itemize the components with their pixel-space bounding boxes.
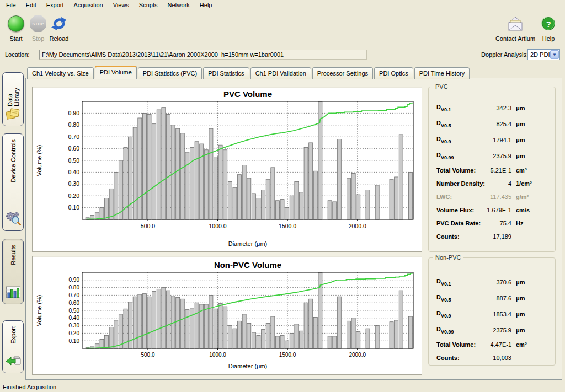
tab-panel: Ch1 Velocity vs. SizePDI VolumePDI Stati… bbox=[25, 65, 562, 380]
stat-value: 117.435 bbox=[451, 194, 511, 200]
tab-pdi-time-history[interactable]: PDI Time History bbox=[414, 67, 470, 79]
doppler-analysis-select[interactable]: 2D PDI ▼ bbox=[527, 49, 560, 60]
status-text: Finished Acquisition bbox=[3, 384, 56, 390]
svg-text:1000.0: 1000.0 bbox=[209, 352, 226, 358]
x-axis-label: Diameter (μm) bbox=[228, 240, 268, 247]
stat-unit: μm bbox=[516, 311, 525, 318]
svg-text:2000.0: 2000.0 bbox=[349, 352, 366, 358]
stat-row-counts: Counts:10,003 bbox=[429, 351, 555, 364]
svg-text:0.30: 0.30 bbox=[69, 323, 80, 329]
pvc-stats-title: PVC bbox=[433, 83, 450, 90]
stat-row-total-volume: Total Volume:4.47E-1cm³ bbox=[429, 338, 555, 351]
stat-value: 1794.1 bbox=[451, 137, 511, 143]
folders-icon bbox=[6, 106, 21, 122]
stat-value: 887.6 bbox=[451, 295, 511, 302]
reload-button[interactable]: Reload bbox=[46, 14, 72, 42]
stat-label: LWC: bbox=[436, 194, 452, 200]
stat-value: 1853.4 bbox=[451, 311, 511, 318]
menu-item-help[interactable]: Help bbox=[195, 1, 217, 10]
sidebar-item-results[interactable]: Results bbox=[2, 239, 24, 304]
doppler-analysis-value: 2D PDI bbox=[530, 51, 550, 58]
sidebar-item-label: Results bbox=[10, 245, 17, 265]
contact-artium-button[interactable]: Contact Artium bbox=[493, 14, 537, 42]
start-icon bbox=[8, 15, 24, 32]
stat-row-dv0-9: DV0.91794.1μm bbox=[429, 132, 555, 148]
stat-unit: μm bbox=[516, 153, 525, 159]
stat-row-lwc: LWC:117.435g/m³ bbox=[429, 190, 555, 203]
stat-row-volume-flux: Volume Flux:1.679E-1cm/s bbox=[429, 203, 555, 217]
svg-text:500.0: 500.0 bbox=[141, 223, 155, 229]
export-arrow-icon bbox=[6, 353, 21, 369]
menu-item-file[interactable]: File bbox=[1, 1, 21, 10]
svg-text:0.90: 0.90 bbox=[68, 110, 80, 116]
nonpvc-volume-chart-box: 0.100.200.300.400.500.600.700.800.90500.… bbox=[32, 256, 422, 375]
svg-text:500.0: 500.0 bbox=[141, 352, 154, 358]
menu-item-export[interactable]: Export bbox=[41, 1, 69, 10]
tab-pdi-volume[interactable]: PDI Volume bbox=[95, 66, 137, 79]
stat-value: 825.4 bbox=[451, 121, 511, 127]
sidebar-item-export[interactable]: Export bbox=[2, 320, 24, 373]
stat-row-dv0-9: DV0.91853.4μm bbox=[429, 306, 555, 322]
stat-value: 370.6 bbox=[451, 279, 511, 286]
stat-label: DV0.1 bbox=[436, 104, 451, 112]
stat-row-dv0-1: DV0.1370.6μm bbox=[429, 274, 555, 290]
sidebar-item-data-library[interactable]: Data Library bbox=[2, 72, 24, 126]
contact-artium-label: Contact Artium bbox=[493, 35, 537, 42]
stat-row-dv0-99: DV0.992375.9μm bbox=[429, 322, 555, 338]
menu-item-acquisition[interactable]: Acquisition bbox=[69, 1, 108, 10]
help-button[interactable]: ? Help bbox=[539, 14, 558, 42]
location-field[interactable]: F:\My Documents\AIMS Data\2013\2013\11\2… bbox=[39, 50, 367, 60]
tab-ch1-velocity-vs-size[interactable]: Ch1 Velocity vs. Size bbox=[27, 67, 94, 79]
tab-pdi-optics[interactable]: PDI Optics bbox=[374, 67, 413, 79]
tab-pdi-statistics[interactable]: PDI Statistics bbox=[203, 67, 249, 79]
stat-unit: 1/cm³ bbox=[516, 180, 532, 187]
pvc-stats-groupbox: PVC DV0.1342.3μmDV0.5825.4μmDV0.91794.1μ… bbox=[428, 87, 556, 252]
svg-text:0.70: 0.70 bbox=[69, 292, 80, 298]
stat-value: 10,003 bbox=[451, 355, 511, 361]
stat-label: DV0.5 bbox=[436, 120, 451, 128]
x-axis-label: Diameter (μm) bbox=[228, 363, 268, 369]
sidebar-item-device-controls[interactable]: Device Controls bbox=[2, 133, 24, 231]
stat-unit: μm bbox=[516, 279, 525, 286]
stat-row-dv0-5: DV0.5887.6μm bbox=[429, 290, 555, 306]
nonpvc-stats-groupbox: Non-PVC DV0.1370.6μmDV0.5887.6μmDV0.9185… bbox=[428, 257, 556, 366]
stat-row-dv0-5: DV0.5825.4μm bbox=[429, 116, 555, 132]
reload-button-label: Reload bbox=[46, 35, 72, 42]
stat-row-number-density: Number Density:41/cm³ bbox=[429, 177, 555, 190]
sidebar-item-label: Export bbox=[10, 326, 17, 344]
stat-value: 75.4 bbox=[451, 220, 511, 227]
status-bar: Finished Acquisition bbox=[0, 382, 565, 392]
svg-text:0.80: 0.80 bbox=[69, 284, 80, 291]
chart-title: Non-PVC Volume bbox=[214, 260, 281, 270]
tab-pdi-statistics-pvc[interactable]: PDI Statistics (PVC) bbox=[138, 67, 202, 79]
svg-text:0.20: 0.20 bbox=[68, 192, 80, 199]
tab-processor-settings[interactable]: Processor Settings bbox=[312, 67, 373, 79]
stat-value: 2375.9 bbox=[451, 327, 511, 334]
svg-text:2000.0: 2000.0 bbox=[349, 223, 366, 229]
help-icon: ? bbox=[539, 14, 558, 34]
stat-value: 5.21E-1 bbox=[451, 167, 511, 174]
nonpvc-volume-chart: 0.100.200.300.400.500.600.700.800.90500.… bbox=[33, 256, 422, 374]
stat-unit: g/m³ bbox=[516, 194, 529, 200]
menu-item-edit[interactable]: Edit bbox=[21, 1, 41, 10]
chevron-down-icon[interactable]: ▼ bbox=[550, 50, 559, 59]
stat-unit: μm bbox=[516, 295, 525, 302]
pdi-volume-tab-content: 0.100.200.300.400.500.600.700.800.90500.… bbox=[25, 78, 562, 380]
stat-row-total-volume: Total Volume:5.21E-1cm³ bbox=[429, 164, 555, 177]
main-area: Data LibraryDevice ControlsResultsExport… bbox=[0, 62, 565, 382]
bar-chart-icon bbox=[6, 286, 21, 300]
stat-unit: cm³ bbox=[516, 167, 527, 174]
menu-item-scripts[interactable]: Scripts bbox=[134, 1, 163, 10]
stat-label: DV0.9 bbox=[436, 136, 451, 144]
menu-item-views[interactable]: Views bbox=[108, 1, 134, 10]
svg-text:0.60: 0.60 bbox=[69, 300, 80, 306]
svg-text:0.40: 0.40 bbox=[69, 315, 80, 321]
svg-text:0.20: 0.20 bbox=[69, 330, 80, 336]
stat-row-pvc-data-rate: PVC Data Rate:75.4Hz bbox=[429, 217, 555, 230]
stat-unit: cm³ bbox=[516, 341, 527, 348]
tab-ch1-pdi-validation[interactable]: Ch1 PDI Validation bbox=[250, 67, 311, 79]
stat-row-counts: Counts:17,189 bbox=[429, 230, 555, 243]
menu-item-network[interactable]: Network bbox=[162, 1, 194, 10]
svg-text:0.60: 0.60 bbox=[68, 145, 80, 152]
stat-unit: μm bbox=[516, 121, 525, 127]
